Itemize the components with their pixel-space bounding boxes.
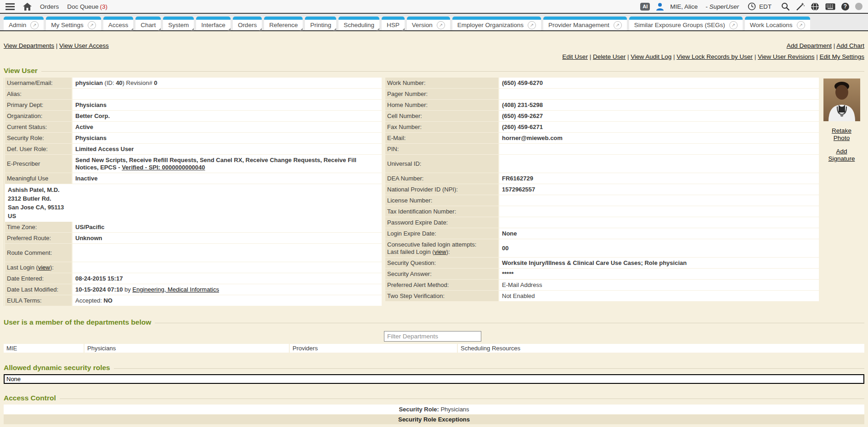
text-segment: 40 (116, 79, 122, 86)
link-add-department[interactable]: Add Department (787, 42, 832, 49)
globe-icon[interactable] (811, 2, 819, 11)
value-text: (650) 459-6270 (502, 79, 816, 87)
text-segment: Pager Number: (387, 90, 428, 97)
tab-scheduling[interactable]: Scheduling (338, 17, 379, 30)
tab-access[interactable]: Access (103, 17, 134, 30)
label-text: Tax Identification Number: (387, 208, 496, 215)
heading-rule (155, 323, 864, 323)
field-label: Organization: (5, 111, 72, 121)
action-edit-user[interactable]: Edit User (562, 53, 588, 60)
value-text: 00 (502, 245, 816, 252)
field-label: Universal ID: (385, 155, 498, 173)
tab-similar-exposure-groups-segs[interactable]: Similar Exposure Groups (SEGs)↗ (629, 17, 743, 30)
help-icon[interactable]: ? (841, 3, 849, 11)
label-text: Date Last Modified: (7, 286, 70, 293)
tab-interface[interactable]: Interface (196, 17, 231, 30)
value-text: US/Pacific (75, 224, 379, 231)
departments-section: User is a member of the departments belo… (4, 318, 864, 353)
link-view-user-access[interactable]: View User Access (59, 42, 109, 49)
inline-link[interactable]: view (38, 264, 50, 271)
tab-chart[interactable]: Chart (135, 17, 161, 30)
field-value: Active (73, 122, 382, 132)
field-label: Alias: (5, 89, 72, 99)
tab-orders[interactable]: Orders (233, 17, 262, 30)
field-label: Pager Number: (385, 89, 498, 99)
value-text: 1572962557 (502, 186, 816, 193)
topbar-item-orders[interactable]: Orders (40, 3, 59, 10)
value-text: physician (ID: 40) Revision# 0 (75, 79, 379, 87)
filter-departments-input[interactable] (384, 331, 481, 342)
inline-link[interactable]: Verified - SPI: 0000000000040 (122, 164, 205, 171)
detail-row: Route Comment: (5, 244, 382, 262)
text-segment: Alias: (7, 90, 22, 97)
detail-row: License Number: (385, 195, 819, 206)
detail-row: Def. User Role:Limited Access User (5, 144, 382, 154)
tab-provider-management[interactable]: Provider Management↗ (543, 17, 627, 30)
hamburger-menu-icon[interactable] (6, 3, 15, 10)
field-value (499, 155, 819, 173)
action-view-audit-log[interactable]: View Audit Log (631, 53, 671, 60)
text-segment: Two Step Verification: (387, 292, 445, 299)
clock-icon[interactable] (748, 2, 756, 11)
tab-my-settings[interactable]: My Settings↗ (46, 17, 101, 30)
retake-line1: Retake (832, 127, 851, 134)
detail-row: Pager Number: (385, 89, 819, 99)
user-icon[interactable] (656, 3, 664, 11)
tab-employer-organizations[interactable]: Employer Organizations↗ (452, 17, 541, 30)
topbar-item-doc-queue[interactable]: Doc Queue(3) (67, 3, 107, 10)
tab-printing[interactable]: Printing (305, 17, 336, 30)
tab-work-locations[interactable]: Work Locations↗ (745, 17, 810, 30)
field-label: Route Comment: (5, 244, 72, 262)
value-text: horner@mieweb.com (502, 135, 816, 142)
view-user-heading-row: View User (4, 67, 864, 75)
label-text: Current Status: (7, 124, 70, 131)
tab-label: My Settings (51, 22, 84, 28)
home-icon[interactable] (23, 3, 32, 11)
text-segment: Login Expire Date: (387, 230, 436, 237)
text-segment: PIN: (387, 146, 399, 152)
action-edit-my-settings[interactable]: Edit My Settings (819, 53, 864, 60)
inline-link[interactable]: Engineering, Medical Informatics (132, 286, 219, 293)
label-text: Meaningful Use (7, 175, 70, 182)
heading-rule (41, 71, 864, 72)
tab-admin[interactable]: Admin↗ (4, 17, 44, 30)
detail-row: Home Number:(408) 231-5298 (385, 100, 819, 110)
label-text: Home Number: (387, 101, 496, 109)
label-text: Time Zone: (7, 224, 70, 231)
link-add-chart[interactable]: Add Chart (836, 42, 864, 49)
inline-link[interactable]: view (434, 248, 446, 255)
ai-badge[interactable]: AI (640, 3, 650, 11)
field-value (499, 195, 819, 206)
search-icon[interactable] (781, 2, 790, 11)
address-line: US (8, 212, 379, 220)
field-value (499, 144, 819, 154)
label-text: DEA Number: (387, 175, 496, 182)
value-text: Limited Access User (75, 146, 379, 153)
tab-version[interactable]: Version↗ (407, 17, 450, 30)
text-segment: Meaningful Use (7, 175, 48, 182)
detail-row: National Provider ID (NPI):1572962557 (385, 184, 819, 195)
text-segment: Security Role: (7, 135, 44, 141)
text-segment: Date Entered: (7, 275, 44, 282)
department-cell-mie: MIE (4, 344, 84, 353)
label-text: Date Entered: (7, 275, 70, 282)
action-view-user-revisions[interactable]: View User Revisions (758, 53, 815, 60)
keyboard-icon[interactable] (825, 3, 835, 10)
tab-reference[interactable]: Reference (264, 17, 303, 30)
logged-in-user-name[interactable]: MIE, Alice (670, 3, 698, 10)
user-details-left-table: Username/Email:physician (ID: 40) Revisi… (5, 78, 382, 306)
security-role-row: Security Role: Physicians (4, 405, 864, 414)
tab-hsp[interactable]: HSP (382, 17, 405, 30)
retake-photo-link[interactable]: RetakePhoto (832, 127, 851, 142)
label-text: Organization: (7, 112, 70, 120)
label-text: PIN: (387, 146, 496, 153)
tab-system[interactable]: System (163, 17, 194, 30)
action-view-lock-records-by-user[interactable]: View Lock Records by User (676, 53, 753, 60)
action-delete-user[interactable]: Delete User (593, 53, 626, 60)
magic-wand-icon[interactable] (796, 2, 805, 11)
link-view-departments[interactable]: View Departments (4, 42, 54, 49)
dropdown-fold-icon (228, 28, 231, 31)
field-label: Preferred Route: (5, 233, 72, 243)
separator: | (626, 53, 631, 60)
add-signature-link[interactable]: AddSignature (829, 148, 855, 163)
